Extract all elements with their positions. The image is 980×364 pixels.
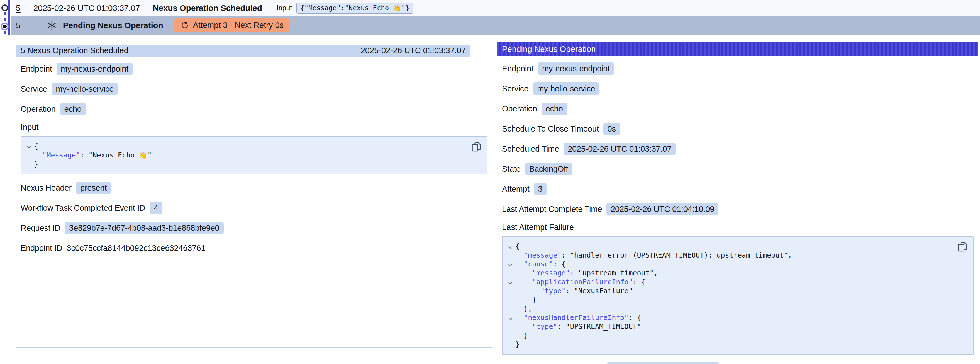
field-row: Workflow Task Completed Event ID4 [21,201,492,214]
field-row: StateBackingOff [502,163,974,175]
event-details-fields-top: Endpointmy-nexus-endpointServicemy-hello… [21,62,492,115]
field-label: Operation [502,104,537,113]
attempt-retry-text: Attempt 3 · Next Retry 0s [193,21,284,30]
timeline-node-open-icon [2,5,8,11]
field-value-badge: 2025-02-26 UTC 01:04:10.09 [606,203,718,216]
json-code-text: { [515,242,520,251]
copy-failure-button[interactable] [956,241,969,253]
retry-icon [180,21,189,30]
input-section-label: Input [21,123,492,132]
json-code-text: "message": "handler error (UPSTREAM_TIME… [515,251,792,260]
field-row: Endpoint ID3c0c75ccfa8144b092c13ce632463… [21,242,492,254]
json-code-text: } [515,295,536,304]
field-label: Request ID [21,224,60,233]
field-value-badge: my-nexus-endpoint [57,63,133,75]
field-row: Scheduled Time2025-02-26 UTC 01:03:37.07 [502,142,974,155]
field-row: Nexus Headerpresent [21,182,492,194]
event-id-link[interactable]: 5 [16,3,21,13]
field-row: Servicemy-hello-service [502,82,974,95]
field-row: Servicemy-hello-service [21,83,492,95]
json-gutter [505,251,515,260]
field-row: Schedule To Close Timeout0s [502,122,974,135]
json-gutter [505,331,515,340]
copy-input-button[interactable] [470,141,482,153]
json-gutter [505,269,515,278]
field-row: Last Attempt Complete Time2025-02-26 UTC… [502,203,974,216]
json-code-text: } [515,331,528,340]
json-collapse-chevron-icon[interactable] [505,242,515,251]
field-value-badge: my-nexus-endpoint [538,62,614,75]
event-details-panel: 5 Nexus Operation Scheduled 2025-02-26 U… [16,45,492,348]
json-line: } [505,295,953,304]
field-row: Next Attempt Schedule Time2025-02-26 UTC… [502,362,974,364]
json-line: { [505,242,953,251]
pending-operation-header-title: Pending Nexus Operation [502,45,596,54]
json-line: "type": "NexusFailure" [505,287,953,295]
json-code-text: "applicationFailureInfo": { [515,278,646,287]
json-collapse-chevron-icon[interactable] [505,313,515,322]
field-row: Operationecho [502,102,974,115]
json-line: "type": "UPSTREAM_TIMEOUT" [505,322,953,331]
json-gutter [505,340,515,349]
json-code-text: "type": "NexusFailure" [515,287,633,295]
json-code-text: { [34,142,38,151]
json-gutter [24,160,34,169]
pending-operation-footer-field: Next Attempt Schedule Time2025-02-26 UTC… [502,362,974,364]
field-label: Service [21,85,47,94]
json-gutter [505,322,515,331]
json-line: "nexusHandlerFailureInfo": { [505,313,953,322]
event-input-label: Input [277,4,292,12]
field-value-badge: 3e829b7e-7d67-4b08-aad3-b1e868bfe9e0 [65,222,223,235]
field-value-badge: echo [541,102,567,115]
json-collapse-chevron-icon[interactable] [24,142,34,151]
field-label: State [502,164,521,174]
timeline-node-current-dot-icon [3,24,7,29]
json-code-text: "message": "upstream timeout", [515,269,658,278]
copy-icon [956,241,969,253]
pending-asterisk-icon [47,20,57,30]
copy-icon [470,141,482,153]
json-code-text: } [34,160,38,169]
json-gutter [505,304,515,313]
field-label: Endpoint ID [21,244,62,253]
json-code-text: }, [515,304,532,313]
field-label: Attempt [502,185,530,194]
json-line: } [505,340,953,349]
field-label: Operation [21,105,56,114]
pending-operation-panel: Pending Nexus Operation Endpointmy-nexus… [497,42,978,364]
field-value-badge: present [76,182,111,194]
timeline-active-bar [8,0,10,35]
json-collapse-chevron-icon[interactable] [505,278,515,287]
field-value-badge: my-hello-service [51,83,118,95]
json-code-text: } [515,340,520,349]
field-row: Attempt3 [502,182,974,195]
field-label: Endpoint [502,64,533,73]
field-value-badge: 4 [150,202,162,214]
json-line: "cause": { [505,260,953,269]
pending-id-link[interactable]: 5 [16,21,21,30]
field-row: Endpointmy-nexus-endpoint [21,62,492,75]
field-value-link[interactable]: 3c0c75ccfa8144b092c13ce632463761 [67,244,205,253]
json-code-text: "type": "UPSTREAM_TIMEOUT" [515,322,641,331]
json-line: } [24,160,468,169]
event-details-header-timestamp: 2025-02-26 UTC 01:03:37.07 [361,46,466,55]
json-line: { [24,142,468,151]
field-label: Nexus Header [21,184,72,193]
pending-title: Pending Nexus Operation [63,21,163,30]
event-title: Nexus Operation Scheduled [153,3,262,13]
json-gutter [505,287,515,295]
event-row-scheduled[interactable]: 5 2025-02-26 UTC 01:03:37.07 Nexus Opera… [11,0,980,16]
event-details-header: 5 Nexus Operation Scheduled 2025-02-26 U… [16,45,470,57]
field-value-badge: my-hello-service [533,83,599,95]
temporal-event-history-screen: 5 2025-02-26 UTC 01:03:37.07 Nexus Opera… [0,0,980,364]
attempt-retry-badge: Attempt 3 · Next Retry 0s [174,18,290,32]
json-collapse-chevron-icon[interactable] [505,260,515,269]
field-row: Endpointmy-nexus-endpoint [502,62,974,75]
json-line: } [505,331,953,340]
field-label: Scheduled Time [502,144,559,153]
event-input-preview-badge[interactable]: {"Message":"Nexus Echo 👋"} [296,3,413,14]
field-value-badge: BackingOff [525,163,572,175]
event-row-pending[interactable]: 5 Pending Nexus Operation Attempt 3 · Ne… [11,16,980,35]
failure-section-label: Last Attempt Failure [502,223,974,232]
field-value-badge: 2025-02-26 UTC 01:04:13.93 [607,362,719,364]
